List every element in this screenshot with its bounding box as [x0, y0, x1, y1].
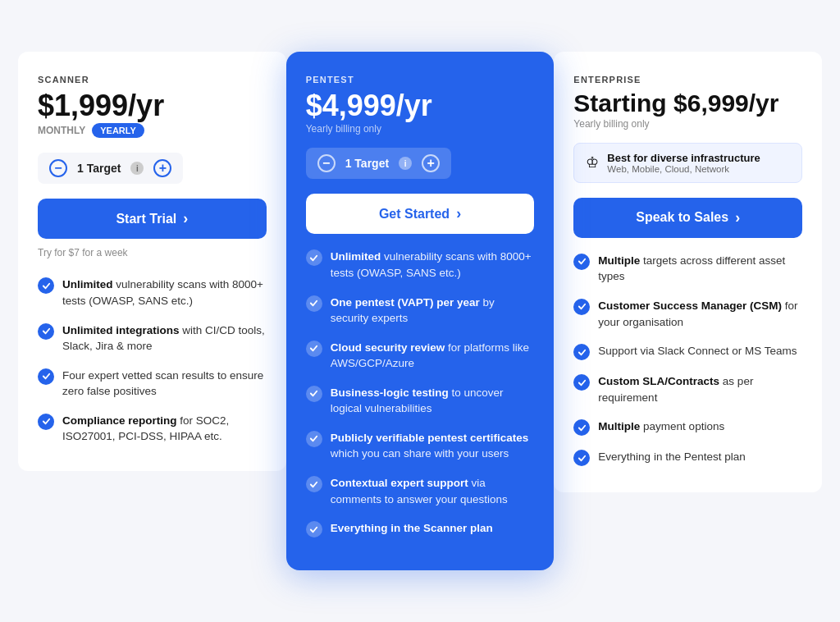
scanner-cta-chevron-icon: › — [183, 210, 188, 227]
pentest-check-icon-6 — [306, 476, 322, 492]
pentest-cta-button[interactable]: Get Started › — [306, 194, 535, 234]
pentest-check-icon-5 — [306, 431, 322, 447]
scanner-plan-label: SCANNER — [38, 75, 267, 85]
enterprise-feature-6: Everything in the Pentest plan — [573, 449, 802, 466]
pentest-feature-6: Contextual expert support via comments t… — [306, 475, 535, 507]
pentest-plan-label: PENTEST — [306, 75, 535, 85]
scanner-plan-card: SCANNER $1,999/yr MONTHLY YEARLY − 1 Tar… — [18, 52, 286, 471]
pentest-check-icon-2 — [306, 295, 322, 312]
ef-5-rest: payment options — [640, 420, 724, 432]
enterprise-billing-note: Yearly billing only — [573, 118, 802, 130]
enterprise-cta-chevron-icon: › — [735, 209, 740, 226]
enterprise-plan-price: Starting $6,999/yr — [573, 89, 802, 117]
check-icon-3 — [38, 368, 54, 385]
feature-4-bold: Compliance reporting — [62, 414, 177, 427]
scanner-cta-button[interactable]: Start Trial › — [38, 199, 267, 239]
pentest-increment-btn[interactable]: + — [422, 154, 440, 172]
check-icon-1 — [38, 277, 54, 294]
enterprise-cta-button[interactable]: Speak to Sales › — [573, 198, 802, 238]
scanner-info-icon[interactable]: i — [130, 162, 144, 175]
pentest-check-icon-7 — [306, 521, 322, 537]
ent-check-icon-4 — [573, 374, 590, 391]
pentest-feature-2: One pentest (VAPT) per year by security … — [306, 295, 535, 327]
scanner-increment-btn[interactable]: + — [153, 159, 171, 177]
pentest-check-icon-4 — [306, 386, 322, 402]
pentest-feature-3: Cloud security review for platforms like… — [306, 340, 535, 372]
yearly-toggle[interactable]: YEARLY — [92, 123, 144, 138]
feature-1-bold: Unlimited — [62, 278, 113, 290]
check-icon-4 — [38, 414, 54, 430]
pentest-info-icon[interactable]: i — [399, 157, 412, 170]
scanner-feature-1: Unlimited vulnerability scans with 8000+… — [38, 277, 267, 309]
enterprise-feature-3: Support via Slack Connect or MS Teams — [573, 343, 802, 360]
check-icon-2 — [38, 323, 54, 340]
pf-3-bold: Cloud security review — [331, 341, 445, 354]
ef-4-bold: Custom SLA/Contracts — [598, 375, 719, 387]
ent-check-icon-3 — [573, 344, 590, 360]
pentest-feature-1: Unlimited vulnerability scans with 8000+… — [306, 249, 535, 281]
enterprise-features-list: Multiple targets across different asset … — [573, 253, 802, 466]
pentest-target-label: 1 Target — [345, 157, 389, 170]
ent-check-icon-2 — [573, 299, 590, 315]
feature-2-bold: Unlimited integrations — [62, 324, 180, 336]
ef-2-bold: Customer Success Manager (CSM) — [598, 300, 782, 312]
pentest-cta-chevron-icon: › — [456, 205, 461, 222]
badge-title: Best for diverse infrastructure — [607, 152, 760, 164]
ef-5-bold: Multiple — [598, 420, 640, 432]
crown-icon: ♔ — [586, 153, 599, 172]
pf-7-bold: Everything in the Scanner plan — [331, 522, 493, 534]
pentest-features-list: Unlimited vulnerability scans with 8000+… — [306, 249, 535, 537]
pentest-plan-card: PENTEST $4,999/yr Yearly billing only − … — [286, 52, 555, 570]
pentest-plan-price: $4,999/yr — [306, 89, 535, 122]
enterprise-cta-label: Speak to Sales — [636, 210, 728, 225]
monthly-toggle[interactable]: MONTHLY — [38, 125, 85, 136]
scanner-target-stepper: − 1 Target i + — [38, 153, 183, 184]
pentest-check-icon-3 — [306, 341, 322, 357]
scanner-feature-4: Compliance reporting for SOC2, ISO27001,… — [38, 413, 267, 445]
scanner-plan-price: $1,999/yr — [38, 89, 267, 122]
enterprise-plan-card: ENTERPRISE Starting $6,999/yr Yearly bil… — [554, 52, 822, 492]
scanner-feature-3: Four expert vetted scan results to ensur… — [38, 368, 267, 400]
scanner-cta-label: Start Trial — [116, 212, 176, 226]
ef-3-rest: Support via Slack Connect or MS Teams — [598, 345, 797, 357]
pentest-cta-label: Get Started — [379, 207, 450, 222]
pf-5-bold: Publicly verifiable pentest certificates — [331, 432, 529, 444]
scanner-decrement-btn[interactable]: − — [49, 159, 67, 177]
pentest-feature-7: Everything in the Scanner plan — [306, 520, 535, 537]
pf-6-bold: Contextual expert support — [331, 477, 468, 489]
enterprise-feature-4: Custom SLA/Contracts as per requirement — [573, 373, 802, 405]
pf-2-bold: One pentest (VAPT) per year — [331, 296, 480, 309]
pf-5-rest: which you can share with your users — [331, 447, 509, 460]
pf-1-bold: Unlimited — [331, 250, 381, 263]
enterprise-best-badge: ♔ Best for diverse infrastructure Web, M… — [573, 143, 802, 183]
scanner-trial-note: Try for $7 for a week — [38, 247, 267, 258]
pricing-container: SCANNER $1,999/yr MONTHLY YEARLY − 1 Tar… — [18, 52, 822, 570]
enterprise-feature-2: Customer Success Manager (CSM) for your … — [573, 298, 802, 330]
pentest-check-icon-1 — [306, 249, 322, 266]
feature-3-rest: Four expert vetted scan results to ensur… — [62, 369, 263, 398]
ent-check-icon-1 — [573, 254, 590, 270]
badge-sub: Web, Mobile, Cloud, Network — [607, 164, 760, 174]
pentest-decrement-btn[interactable]: − — [317, 154, 336, 172]
pentest-target-stepper: − 1 Target i + — [306, 148, 451, 179]
ent-check-icon-5 — [573, 419, 590, 436]
ef-6-rest: Everything in the Pentest plan — [598, 450, 745, 463]
pf-4-bold: Business-logic testing — [331, 386, 449, 399]
pentest-feature-4: Business-logic testing to uncover logica… — [306, 385, 535, 417]
billing-toggle: MONTHLY YEARLY — [38, 123, 267, 138]
ef-1-bold: Multiple — [598, 254, 640, 267]
enterprise-plan-label: ENTERPRISE — [573, 75, 802, 85]
pentest-feature-5: Publicly verifiable pentest certificates… — [306, 430, 535, 462]
enterprise-feature-1: Multiple targets across different asset … — [573, 253, 802, 285]
enterprise-feature-5: Multiple payment options — [573, 418, 802, 436]
pentest-billing-note: Yearly billing only — [306, 123, 535, 135]
ent-check-icon-6 — [573, 450, 590, 466]
scanner-target-label: 1 Target — [77, 162, 121, 175]
scanner-features-list: Unlimited vulnerability scans with 8000+… — [38, 277, 267, 445]
scanner-feature-2: Unlimited integrations with CI/CD tools,… — [38, 322, 267, 354]
